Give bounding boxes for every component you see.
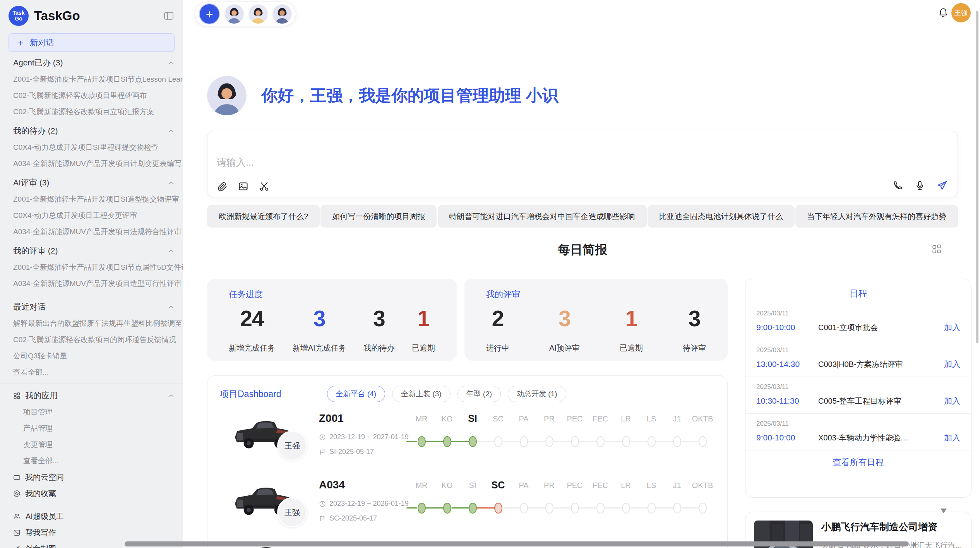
milestone-label: KO [434,414,460,423]
horizontal-scrollbar[interactable] [125,541,909,546]
sidebar-item[interactable]: A034-全新新能源MUV产品开发项目法规符合性评审 [0,224,183,240]
stat[interactable]: 2进行中 [486,306,509,353]
cloud-space-icon [13,474,21,481]
milestone-node [622,436,630,447]
sidebar-item[interactable]: A034-全新新能源MUV产品开发项目计划变更表编写 [0,156,183,172]
stat-value: 3 [559,306,571,331]
schedule-name: C005-整车工程目标评审 [818,396,944,406]
scroll-right-arrow[interactable] [913,542,917,547]
stat[interactable]: 3新增AI完成任务 [293,306,346,353]
milestone-label: SC [485,480,511,491]
sidebar-section-header[interactable]: AI评审 (3) [0,174,183,191]
vertical-scrollbar[interactable] [976,11,978,343]
dashboard-filter[interactable]: 全新平台 (4) [327,386,385,402]
schedule-item[interactable]: 2025/03/1113:00-14:30C003|H0B-方案冻结评审加入 [745,340,971,377]
sidebar-item[interactable]: C0X4-动力总成开发项目SI里程碑提交物检查 [0,139,183,156]
milestone-node [699,436,707,447]
schedule-item[interactable]: 2025/03/119:00-10:00C001-立项审批会加入 [745,303,971,340]
project-row[interactable]: 王强A0342023-12-19 ~ 2026-01-19SC-2025-05-… [207,476,727,534]
plus-icon: ＋ [16,36,25,49]
milestone-node [418,436,426,447]
sidebar-item[interactable]: 公司Q3轻卡销量 [0,348,183,364]
sidebar-item[interactable]: Z001-全新燃油皮卡产品开发项目SI节点Lesson Learn报告 [0,71,183,87]
stat[interactable]: 3我的待办 [363,306,394,353]
sidebar-item[interactable]: 查看全部... [0,453,183,469]
chevron-up-icon [168,181,174,185]
project-row[interactable]: 王强Z0012023-12-19 ~ 2027-01-19SI-2025-05-… [207,409,727,474]
milestone-node [545,436,553,447]
phone-icon[interactable] [892,180,903,191]
grid-icon[interactable] [932,244,942,255]
chevron-up-icon [168,249,174,253]
stat[interactable]: 3AI预评审 [549,306,580,353]
schedule-time: 9:00-10:00 [756,433,818,442]
chat-input[interactable] [217,154,759,171]
dashboard-filter[interactable]: 动总开发 (1) [508,386,566,402]
milestone-node [596,436,605,447]
sidebar-item[interactable]: Z001-全新燃油轻卡产品开发项目SI造型提交物评审 [0,191,183,207]
milestone-label: OKTB [690,414,715,423]
sidebar-item[interactable]: 产品管理 [0,420,183,437]
new-chat-button[interactable]: ＋ 新对话 [9,33,175,52]
briefing-card: 我的评审2进行中3AI预评审1已逾期3待评审 [464,279,728,361]
sidebar-section: 我的待办 (2)C0X4-动力总成开发项目SI里程碑提交物检查A034-全新新能… [0,122,183,172]
stat[interactable]: 3待评审 [683,306,706,353]
scroll-down-arrow[interactable] [941,509,947,513]
sidebar-item[interactable]: 查看全部... [0,364,183,380]
sidebar-tool[interactable]: 帮我写作 [0,524,183,541]
scissors-icon[interactable] [259,181,269,192]
schedule-item[interactable]: 2025/03/119:00-10:00X003-车辆动力学性能验...加入 [745,414,971,450]
suggestion-chip[interactable]: 当下年轻人对汽车外观有怎样的喜好趋势 [795,205,958,228]
schedule-join-link[interactable]: 加入 [944,396,960,406]
view-all-schedule-link[interactable]: 查看所有日程 [745,457,971,468]
sidebar-section-header[interactable]: 我的评审 (2) [0,242,183,259]
draw-icon [13,545,21,548]
sidebar-item[interactable]: 项目管理 [0,404,183,420]
sidebar-item[interactable]: A034-全新新能源MUV产品开发项目造型可行性评审 [0,276,183,292]
microphone-icon[interactable] [914,180,925,191]
schedule-item[interactable]: 2025/03/1110:30-11:30C005-整车工程目标评审加入 [745,377,971,414]
suggestion-chip[interactable]: 如何写一份清晰的项目周报 [320,205,437,228]
schedule-join-link[interactable]: 加入 [944,359,960,370]
schedule-name: C001-立项审批会 [818,322,944,333]
sidebar-tool[interactable]: AI超级员工 [0,508,183,524]
sidebar-collapse-icon[interactable] [163,10,175,22]
schedule-join-link[interactable]: 加入 [944,322,960,333]
milestone-node [443,503,451,514]
sidebar-section-header[interactable]: 我的待办 (2) [0,122,183,139]
divider [0,295,183,295]
suggestion-chip[interactable]: 欧洲新规最近颁布了什么? [207,205,320,228]
paperclip-icon[interactable] [217,181,228,192]
sidebar-item[interactable]: C02-飞腾新能源轻客改款项目的闭环通告反馈情况 [0,332,183,348]
sidebar-item[interactable]: 解释最新出台的欧盟报废车法规再生塑料比例被调至15%... [0,315,183,332]
stat[interactable]: 1已逾期 [620,306,643,353]
divider [0,384,183,384]
sidebar-section-header[interactable]: 我的应用 [0,387,183,404]
milestone-node [443,436,451,447]
sidebar-item[interactable]: 变更管理 [0,437,183,453]
sidebar-section-label: 最近对话 [13,301,168,312]
sidebar-item[interactable]: Z001-全新燃油轻卡产品开发项目SI节点属性5D文件评审 [0,259,183,276]
milestone-connector [553,507,571,509]
stat[interactable]: 1已逾期 [412,306,435,353]
sidebar-link[interactable]: 我的云空间 [0,469,183,485]
dashboard-filter[interactable]: 年型 (2) [457,386,501,402]
suggestion-chip[interactable]: 特朗普可能对进口汽车增税会对中国车企造成哪些影响 [438,205,647,228]
briefing-stats: 任务进度24新增完成任务3新增AI完成任务3我的待办1已逾期我的评审2进行中3A… [207,279,728,361]
sidebar-section-header[interactable]: 最近对话 [0,298,183,315]
sidebar-item[interactable]: C02-飞腾新能源轻客改款项目立项汇报方案 [0,104,183,120]
milestone-connector [477,507,495,509]
image-icon[interactable] [238,181,248,192]
sidebar-section-header[interactable]: Agent已办 (3) [0,54,183,71]
milestone-node [673,436,681,447]
sidebar-item[interactable]: C02-飞腾新能源轻客改款项目里程碑画布 [0,87,183,104]
suggestion-chip[interactable]: 比亚迪全固态电池计划具体说了什么 [648,205,795,228]
dashboard-filter[interactable]: 全新上装 (3) [392,386,451,402]
stat[interactable]: 24新增完成任务 [229,306,275,353]
sidebar-link[interactable]: 我的收藏 [0,485,183,502]
send-icon[interactable] [937,180,947,191]
sidebar-item[interactable]: C0X4-动力总成开发项目工程变更评审 [0,207,183,224]
milestone-node [622,503,630,514]
briefing-card: 任务进度24新增完成任务3新增AI完成任务3我的待办1已逾期 [207,279,457,361]
schedule-join-link[interactable]: 加入 [944,432,960,443]
